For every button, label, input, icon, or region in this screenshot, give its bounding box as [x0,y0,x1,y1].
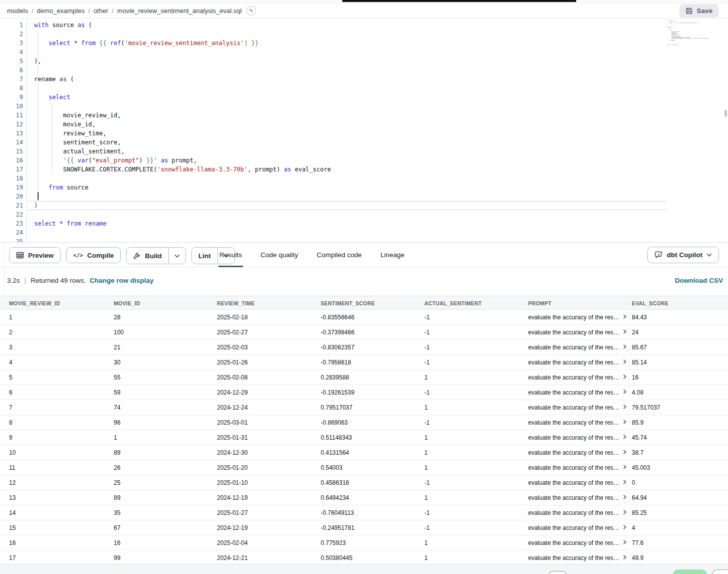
table-cell: 1 [424,535,428,550]
change-row-display-link[interactable]: Change row display [90,277,154,284]
prompt-cell: evaluate the accuracy of the res… [528,415,627,430]
expand-prompt-chevron-icon[interactable] [622,540,627,544]
lint-label: Lint [198,252,211,260]
table-row: 10892024-12-300.41315641evaluate the acc… [0,445,728,460]
column-header-eval_score: EVAL_SCORE [632,296,668,310]
table-cell: 45.003 [632,460,650,475]
tab-code-quality[interactable]: Code quality [261,243,298,267]
bottom-partial-green-button[interactable] [673,569,707,574]
breadcrumb[interactable]: models/demo_examples/other/movie_review_… [7,3,241,18]
prompt-cell: evaluate the accuracy of the res… [528,520,627,535]
table-cell: 5 [9,370,13,385]
table-cell: 7 [9,400,13,415]
table-cell: 0.51148343 [321,430,352,445]
gutter-border [27,19,27,242]
table-row: 17992024-12-210.503804451evaluate the ac… [0,550,728,565]
tab-compiled-code[interactable]: Compiled code [317,243,362,267]
editor-toolbar: Preview </> Compile Build [0,242,728,267]
prompt-cell: evaluate the accuracy of the res… [528,355,627,370]
sql-code-editor[interactable]: 1234567891011121314151617181920212223242… [0,19,728,242]
table-cell: -1 [424,505,430,520]
build-dropdown-chevron[interactable] [168,248,185,264]
table-cell: 35 [114,505,120,520]
table-cell: 11 [9,460,15,475]
bottom-partial-outline-button[interactable] [712,569,728,574]
prompt-cell: evaluate the accuracy of the res… [528,325,627,340]
download-csv-link[interactable]: Download CSV [675,277,723,284]
table-cell: 26 [114,460,120,475]
copilot-label: dbt Copilot [667,251,702,259]
breadcrumb-segment[interactable]: movie_review_sentiment_analysis_eval.sql [117,7,242,15]
dbt-ide-window: models/demo_examples/other/movie_review_… [0,0,728,574]
table-row: 8962025-03-01-0.869063-1evaluate the acc… [0,415,728,430]
breadcrumb-segment[interactable]: other [94,7,109,15]
expand-prompt-chevron-icon[interactable] [622,374,627,379]
table-body: 1282025-02-18-0.83556646-1evaluate the a… [0,310,728,565]
table-row: 11262025-01-200.540031evaluate the accur… [0,460,728,475]
table-cell: 1 [9,310,13,325]
dbt-copilot-button[interactable]: dbt Copilot [647,247,719,263]
table-cell: 96 [114,415,120,430]
minimap[interactable]: with source as ( select * from {{ ref('m… [667,20,717,47]
table-cell: 0.4131564 [321,445,349,460]
build-button[interactable]: Build [127,248,168,264]
table-cell: -1 [424,415,430,430]
expand-prompt-chevron-icon[interactable] [622,329,627,334]
table-cell: 2025-01-20 [217,460,248,475]
table-cell: 49.9 [632,550,643,565]
preview-button[interactable]: Preview [9,247,61,263]
expand-prompt-chevron-icon[interactable] [622,420,627,424]
preview-label: Preview [28,252,54,259]
code-content[interactable]: with source as ( select * from {{ ref('m… [34,21,331,242]
breadcrumb-segment[interactable]: models [7,7,28,15]
table-cell: 85.14 [632,355,647,370]
copilot-chat-icon [654,251,663,259]
lint-button[interactable]: Lint [192,248,217,264]
breadcrumb-segment[interactable]: demo_examples [37,7,85,15]
expand-prompt-chevron-icon[interactable] [622,314,627,319]
table-cell: 85.25 [632,505,647,520]
compile-button[interactable]: </> Compile [66,247,121,263]
expand-prompt-chevron-icon[interactable] [622,465,627,469]
expand-prompt-chevron-icon[interactable] [622,359,627,364]
table-row: 1282025-02-18-0.83556646-1evaluate the a… [0,310,728,325]
table-cell: 89 [114,490,120,505]
expand-prompt-chevron-icon[interactable] [622,480,627,484]
table-cell: 79.517037 [632,400,660,415]
column-header-actual_sentiment: ACTUAL_SENTIMENT [424,296,481,310]
expand-prompt-chevron-icon[interactable] [622,510,627,514]
tab-results[interactable]: Results [219,243,242,267]
expand-prompt-chevron-icon[interactable] [622,555,627,559]
editor-scrollbar-thumb[interactable] [724,110,727,117]
expand-prompt-chevron-icon[interactable] [622,495,627,499]
expand-prompt-chevron-icon[interactable] [622,390,627,394]
expand-prompt-chevron-icon[interactable] [622,405,627,409]
table-cell: -1 [424,325,430,340]
copilot-chevron-icon [706,253,712,257]
table-cell: 1 [424,400,428,415]
save-button[interactable]: Save [679,4,718,18]
prompt-cell: evaluate the accuracy of the res… [528,475,627,490]
table-cell: 0.4586316 [321,475,349,490]
table-cell: -0.7958618 [321,355,351,370]
tab-lineage[interactable]: Lineage [380,243,404,267]
window-top-divider [342,0,576,2]
prompt-cell: evaluate the accuracy of the res… [528,400,627,415]
expand-prompt-chevron-icon[interactable] [622,435,627,439]
table-cell: 16 [9,535,16,550]
column-header-prompt: PROMPT [528,296,552,310]
bottom-partial-button[interactable] [549,571,567,574]
save-label: Save [696,7,712,15]
table-row: 13892024-12-190.64942341evaluate the acc… [0,490,728,505]
prompt-cell: evaluate the accuracy of the res… [528,370,627,385]
table-row: 3212025-02-03-0.83062357-1evaluate the a… [0,340,728,355]
compile-label: Compile [87,252,114,259]
table-icon [16,251,24,259]
expand-prompt-chevron-icon[interactable] [622,344,627,349]
table-cell: 3 [9,340,13,355]
prompt-cell: evaluate the accuracy of the res… [528,385,627,400]
row-count-text: Returned 49 rows. [31,277,86,284]
expand-prompt-chevron-icon[interactable] [622,450,627,454]
results-status-bar: 3.2s | Returned 49 rows. Change row disp… [0,267,728,296]
expand-prompt-chevron-icon[interactable] [622,525,627,529]
